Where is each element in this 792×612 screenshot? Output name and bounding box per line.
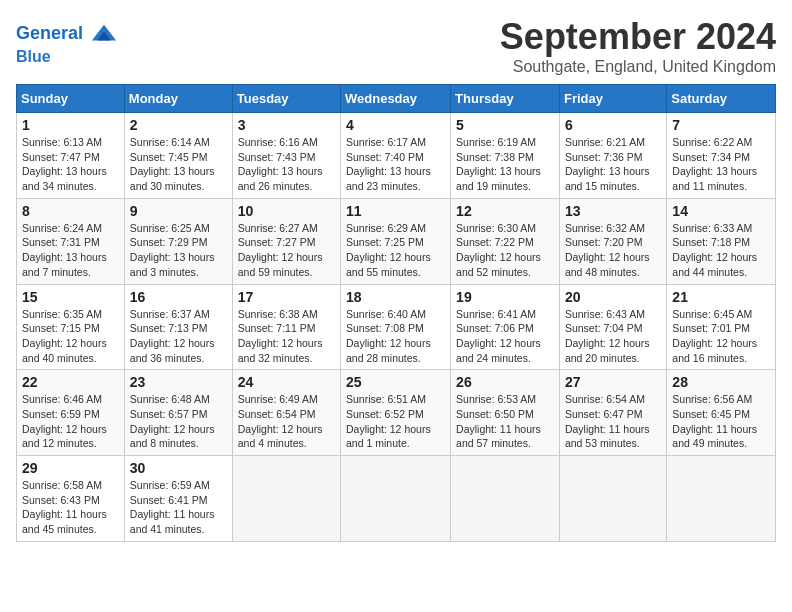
calendar-header-thursday: Thursday [451,85,560,113]
day-number: 20 [565,289,661,305]
day-number: 17 [238,289,335,305]
calendar-day-cell: 4 Sunrise: 6:17 AMSunset: 7:40 PMDayligh… [341,113,451,199]
logo: General Blue [16,20,118,66]
calendar-day-cell [341,456,451,542]
day-number: 1 [22,117,119,133]
day-number: 13 [565,203,661,219]
calendar-day-cell: 21 Sunrise: 6:45 AMSunset: 7:01 PMDaylig… [667,284,776,370]
day-number: 18 [346,289,445,305]
day-number: 14 [672,203,770,219]
day-number: 19 [456,289,554,305]
day-info: Sunrise: 6:48 AMSunset: 6:57 PMDaylight:… [130,392,227,451]
calendar-table: SundayMondayTuesdayWednesdayThursdayFrid… [16,84,776,542]
day-info: Sunrise: 6:33 AMSunset: 7:18 PMDaylight:… [672,221,770,280]
calendar-day-cell: 12 Sunrise: 6:30 AMSunset: 7:22 PMDaylig… [451,198,560,284]
calendar-day-cell: 1 Sunrise: 6:13 AMSunset: 7:47 PMDayligh… [17,113,125,199]
calendar-header-sunday: Sunday [17,85,125,113]
day-number: 2 [130,117,227,133]
calendar-day-cell: 17 Sunrise: 6:38 AMSunset: 7:11 PMDaylig… [232,284,340,370]
calendar-header-wednesday: Wednesday [341,85,451,113]
calendar-day-cell: 29 Sunrise: 6:58 AMSunset: 6:43 PMDaylig… [17,456,125,542]
page-header: General Blue September 2024 Southgate, E… [16,16,776,76]
day-number: 7 [672,117,770,133]
title-area: September 2024 Southgate, England, Unite… [500,16,776,76]
day-info: Sunrise: 6:21 AMSunset: 7:36 PMDaylight:… [565,135,661,194]
calendar-day-cell [451,456,560,542]
day-info: Sunrise: 6:56 AMSunset: 6:45 PMDaylight:… [672,392,770,451]
day-number: 11 [346,203,445,219]
day-number: 26 [456,374,554,390]
calendar-header-friday: Friday [559,85,666,113]
calendar-week-row: 15 Sunrise: 6:35 AMSunset: 7:15 PMDaylig… [17,284,776,370]
day-info: Sunrise: 6:16 AMSunset: 7:43 PMDaylight:… [238,135,335,194]
calendar-day-cell: 24 Sunrise: 6:49 AMSunset: 6:54 PMDaylig… [232,370,340,456]
calendar-day-cell: 23 Sunrise: 6:48 AMSunset: 6:57 PMDaylig… [124,370,232,456]
day-info: Sunrise: 6:24 AMSunset: 7:31 PMDaylight:… [22,221,119,280]
day-number: 30 [130,460,227,476]
day-info: Sunrise: 6:37 AMSunset: 7:13 PMDaylight:… [130,307,227,366]
day-info: Sunrise: 6:58 AMSunset: 6:43 PMDaylight:… [22,478,119,537]
calendar-day-cell: 26 Sunrise: 6:53 AMSunset: 6:50 PMDaylig… [451,370,560,456]
calendar-day-cell: 15 Sunrise: 6:35 AMSunset: 7:15 PMDaylig… [17,284,125,370]
day-info: Sunrise: 6:40 AMSunset: 7:08 PMDaylight:… [346,307,445,366]
calendar-day-cell: 30 Sunrise: 6:59 AMSunset: 6:41 PMDaylig… [124,456,232,542]
day-info: Sunrise: 6:27 AMSunset: 7:27 PMDaylight:… [238,221,335,280]
calendar-header-saturday: Saturday [667,85,776,113]
calendar-day-cell: 8 Sunrise: 6:24 AMSunset: 7:31 PMDayligh… [17,198,125,284]
day-info: Sunrise: 6:38 AMSunset: 7:11 PMDaylight:… [238,307,335,366]
day-number: 15 [22,289,119,305]
day-info: Sunrise: 6:49 AMSunset: 6:54 PMDaylight:… [238,392,335,451]
month-title: September 2024 [500,16,776,58]
day-info: Sunrise: 6:41 AMSunset: 7:06 PMDaylight:… [456,307,554,366]
day-info: Sunrise: 6:14 AMSunset: 7:45 PMDaylight:… [130,135,227,194]
day-info: Sunrise: 6:32 AMSunset: 7:20 PMDaylight:… [565,221,661,280]
day-info: Sunrise: 6:29 AMSunset: 7:25 PMDaylight:… [346,221,445,280]
calendar-day-cell [667,456,776,542]
calendar-day-cell: 22 Sunrise: 6:46 AMSunset: 6:59 PMDaylig… [17,370,125,456]
calendar-day-cell: 16 Sunrise: 6:37 AMSunset: 7:13 PMDaylig… [124,284,232,370]
day-number: 29 [22,460,119,476]
day-number: 12 [456,203,554,219]
day-info: Sunrise: 6:45 AMSunset: 7:01 PMDaylight:… [672,307,770,366]
day-info: Sunrise: 6:25 AMSunset: 7:29 PMDaylight:… [130,221,227,280]
calendar-day-cell: 28 Sunrise: 6:56 AMSunset: 6:45 PMDaylig… [667,370,776,456]
calendar-day-cell: 9 Sunrise: 6:25 AMSunset: 7:29 PMDayligh… [124,198,232,284]
calendar-header-monday: Monday [124,85,232,113]
calendar-day-cell: 18 Sunrise: 6:40 AMSunset: 7:08 PMDaylig… [341,284,451,370]
location-title: Southgate, England, United Kingdom [500,58,776,76]
day-number: 10 [238,203,335,219]
calendar-day-cell: 27 Sunrise: 6:54 AMSunset: 6:47 PMDaylig… [559,370,666,456]
day-info: Sunrise: 6:54 AMSunset: 6:47 PMDaylight:… [565,392,661,451]
calendar-header-tuesday: Tuesday [232,85,340,113]
calendar-day-cell: 2 Sunrise: 6:14 AMSunset: 7:45 PMDayligh… [124,113,232,199]
calendar-week-row: 1 Sunrise: 6:13 AMSunset: 7:47 PMDayligh… [17,113,776,199]
calendar-week-row: 22 Sunrise: 6:46 AMSunset: 6:59 PMDaylig… [17,370,776,456]
day-number: 23 [130,374,227,390]
calendar-day-cell: 11 Sunrise: 6:29 AMSunset: 7:25 PMDaylig… [341,198,451,284]
day-number: 9 [130,203,227,219]
calendar-day-cell: 20 Sunrise: 6:43 AMSunset: 7:04 PMDaylig… [559,284,666,370]
day-info: Sunrise: 6:17 AMSunset: 7:40 PMDaylight:… [346,135,445,194]
day-number: 28 [672,374,770,390]
day-number: 4 [346,117,445,133]
calendar-day-cell [559,456,666,542]
calendar-day-cell: 5 Sunrise: 6:19 AMSunset: 7:38 PMDayligh… [451,113,560,199]
day-number: 22 [22,374,119,390]
day-info: Sunrise: 6:22 AMSunset: 7:34 PMDaylight:… [672,135,770,194]
calendar-day-cell: 7 Sunrise: 6:22 AMSunset: 7:34 PMDayligh… [667,113,776,199]
calendar-day-cell: 14 Sunrise: 6:33 AMSunset: 7:18 PMDaylig… [667,198,776,284]
logo-blue: Blue [16,48,118,66]
day-number: 5 [456,117,554,133]
day-number: 16 [130,289,227,305]
day-info: Sunrise: 6:30 AMSunset: 7:22 PMDaylight:… [456,221,554,280]
day-number: 3 [238,117,335,133]
day-info: Sunrise: 6:13 AMSunset: 7:47 PMDaylight:… [22,135,119,194]
calendar-day-cell [232,456,340,542]
day-info: Sunrise: 6:35 AMSunset: 7:15 PMDaylight:… [22,307,119,366]
day-info: Sunrise: 6:46 AMSunset: 6:59 PMDaylight:… [22,392,119,451]
day-number: 8 [22,203,119,219]
calendar-week-row: 8 Sunrise: 6:24 AMSunset: 7:31 PMDayligh… [17,198,776,284]
day-number: 21 [672,289,770,305]
day-info: Sunrise: 6:51 AMSunset: 6:52 PMDaylight:… [346,392,445,451]
calendar-week-row: 29 Sunrise: 6:58 AMSunset: 6:43 PMDaylig… [17,456,776,542]
